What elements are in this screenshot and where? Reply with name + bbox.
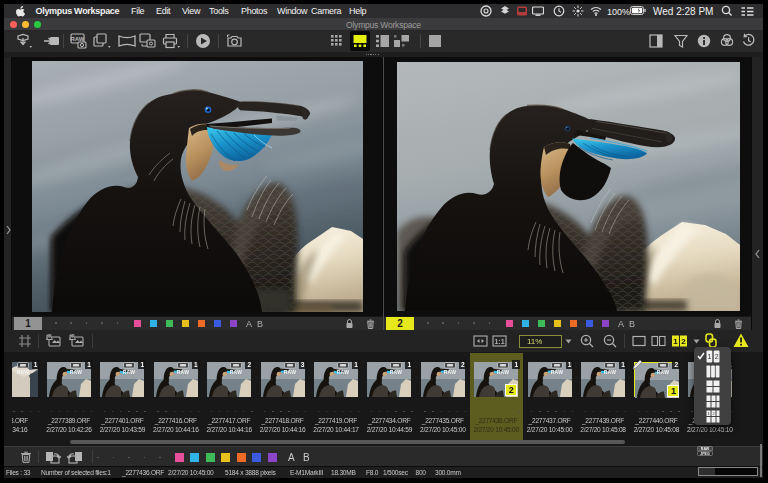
svg-text:RAW: RAW <box>657 368 670 374</box>
svg-text:RAW: RAW <box>604 368 617 374</box>
svg-text:RAW: RAW <box>550 368 563 374</box>
svg-text:RAW: RAW <box>444 368 457 374</box>
svg-text:RAW: RAW <box>497 368 510 374</box>
svg-text:RAW: RAW <box>71 36 85 42</box>
svg-text:1:1: 1:1 <box>494 338 504 345</box>
svg-text:RAW: RAW <box>70 368 83 374</box>
svg-text:RAW: RAW <box>123 368 136 374</box>
svg-text:RAW: RAW <box>337 368 350 374</box>
svg-text:RAW: RAW <box>230 368 243 374</box>
svg-text:RAW: RAW <box>177 368 190 374</box>
svg-text:2: 2 <box>681 337 686 346</box>
svg-text:JPEG: JPEG <box>700 452 710 456</box>
svg-text:RAW: RAW <box>390 368 403 374</box>
svg-text:1: 1 <box>707 353 711 360</box>
svg-text:RAW: RAW <box>701 447 710 451</box>
svg-text:1: 1 <box>673 337 678 346</box>
svg-text:RAW: RAW <box>16 368 29 374</box>
svg-text:2: 2 <box>715 353 719 360</box>
svg-text:RAW: RAW <box>283 368 296 374</box>
